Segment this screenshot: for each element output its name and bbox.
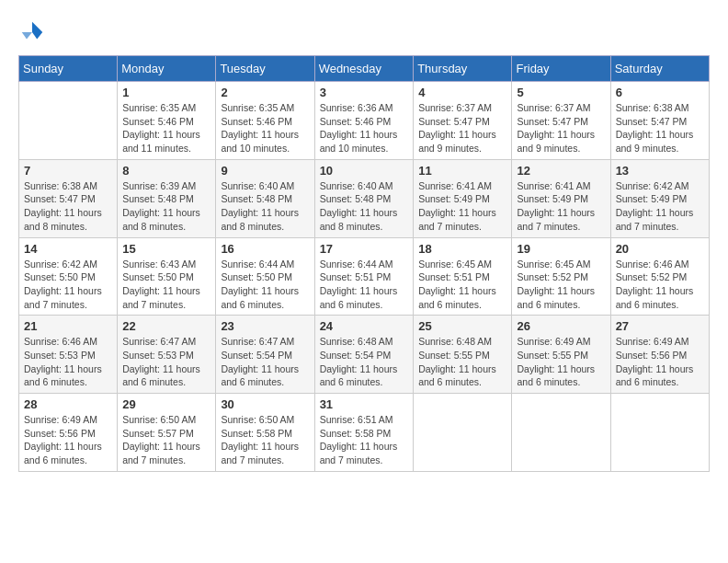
day-info: Sunrise: 6:45 AM Sunset: 5:51 PM Dayligh… <box>418 258 506 312</box>
day-number: 18 <box>418 242 506 256</box>
sunrise-text: Sunrise: 6:39 AM <box>122 179 210 193</box>
day-info: Sunrise: 6:39 AM Sunset: 5:48 PM Dayligh… <box>122 179 210 234</box>
calendar-day-cell: 1 Sunrise: 6:35 AM Sunset: 5:46 PM Dayli… <box>118 82 216 160</box>
svg-marker-1 <box>32 32 42 40</box>
calendar-day-cell <box>414 394 512 472</box>
daylight-text: Daylight: 11 hours and 9 minutes. <box>418 128 506 155</box>
day-number: 28 <box>24 397 112 411</box>
daylight-text: Daylight: 11 hours and 6 minutes. <box>24 362 112 389</box>
day-of-week-header: Sunday <box>19 56 118 82</box>
daylight-text: Daylight: 11 hours and 6 minutes. <box>221 362 309 389</box>
sunset-text: Sunset: 5:49 PM <box>418 192 506 206</box>
sunset-text: Sunset: 5:47 PM <box>418 115 506 129</box>
day-info: Sunrise: 6:43 AM Sunset: 5:50 PM Dayligh… <box>122 258 210 312</box>
sunrise-text: Sunrise: 6:42 AM <box>616 179 704 193</box>
calendar-day-cell: 25 Sunrise: 6:48 AM Sunset: 5:55 PM Dayl… <box>414 316 512 394</box>
day-of-week-header: Monday <box>118 56 216 82</box>
calendar-week-row: 7 Sunrise: 6:38 AM Sunset: 5:47 PM Dayli… <box>19 159 710 237</box>
calendar-day-cell: 16 Sunrise: 6:44 AM Sunset: 5:50 PM Dayl… <box>216 237 314 316</box>
daylight-text: Daylight: 11 hours and 7 minutes. <box>517 206 605 233</box>
daylight-text: Daylight: 11 hours and 10 minutes. <box>221 128 309 155</box>
calendar-week-row: 28 Sunrise: 6:49 AM Sunset: 5:56 PM Dayl… <box>19 394 710 472</box>
sunset-text: Sunset: 5:50 PM <box>24 270 112 284</box>
day-info: Sunrise: 6:51 AM Sunset: 5:58 PM Dayligh… <box>320 413 409 467</box>
day-info: Sunrise: 6:37 AM Sunset: 5:47 PM Dayligh… <box>517 101 605 155</box>
day-number: 8 <box>122 164 210 178</box>
day-number: 10 <box>320 164 409 178</box>
day-of-week-header: Thursday <box>414 56 512 82</box>
sunrise-text: Sunrise: 6:38 AM <box>616 101 704 115</box>
daylight-text: Daylight: 11 hours and 6 minutes. <box>418 284 506 311</box>
day-info: Sunrise: 6:46 AM Sunset: 5:52 PM Dayligh… <box>616 258 704 312</box>
calendar-week-row: 21 Sunrise: 6:46 AM Sunset: 5:53 PM Dayl… <box>19 316 710 394</box>
day-info: Sunrise: 6:49 AM Sunset: 5:55 PM Dayligh… <box>517 335 605 389</box>
calendar-day-cell: 30 Sunrise: 6:50 AM Sunset: 5:58 PM Dayl… <box>216 394 314 472</box>
day-number: 16 <box>221 242 309 256</box>
day-info: Sunrise: 6:50 AM Sunset: 5:58 PM Dayligh… <box>221 413 309 467</box>
sunset-text: Sunset: 5:49 PM <box>616 192 704 206</box>
day-number: 3 <box>320 86 409 99</box>
calendar-day-cell: 14 Sunrise: 6:42 AM Sunset: 5:50 PM Dayl… <box>19 237 118 316</box>
sunrise-text: Sunrise: 6:36 AM <box>320 101 409 115</box>
day-number: 25 <box>418 319 506 333</box>
logo <box>18 18 50 46</box>
daylight-text: Daylight: 11 hours and 9 minutes. <box>517 128 605 155</box>
sunrise-text: Sunrise: 6:49 AM <box>24 413 112 427</box>
calendar-day-cell: 31 Sunrise: 6:51 AM Sunset: 5:58 PM Dayl… <box>314 394 414 472</box>
sunrise-text: Sunrise: 6:50 AM <box>221 413 309 427</box>
calendar-day-cell: 29 Sunrise: 6:50 AM Sunset: 5:57 PM Dayl… <box>118 394 216 472</box>
calendar-day-cell: 6 Sunrise: 6:38 AM Sunset: 5:47 PM Dayli… <box>610 82 709 160</box>
calendar-day-cell: 22 Sunrise: 6:47 AM Sunset: 5:53 PM Dayl… <box>118 316 216 394</box>
sunset-text: Sunset: 5:54 PM <box>320 349 409 362</box>
daylight-text: Daylight: 11 hours and 9 minutes. <box>616 128 704 155</box>
day-number: 21 <box>24 319 112 333</box>
sunrise-text: Sunrise: 6:49 AM <box>616 335 704 349</box>
day-of-week-header: Wednesday <box>314 56 414 82</box>
daylight-text: Daylight: 11 hours and 6 minutes. <box>221 284 309 311</box>
day-info: Sunrise: 6:38 AM Sunset: 5:47 PM Dayligh… <box>24 179 112 234</box>
calendar-table: SundayMondayTuesdayWednesdayThursdayFrid… <box>18 55 710 472</box>
sunrise-text: Sunrise: 6:35 AM <box>221 101 309 115</box>
day-number: 19 <box>517 242 605 256</box>
sunset-text: Sunset: 5:51 PM <box>320 270 409 284</box>
day-info: Sunrise: 6:49 AM Sunset: 5:56 PM Dayligh… <box>24 413 112 467</box>
daylight-text: Daylight: 11 hours and 6 minutes. <box>24 440 112 466</box>
daylight-text: Daylight: 11 hours and 7 minutes. <box>122 284 210 311</box>
sunrise-text: Sunrise: 6:48 AM <box>320 335 409 349</box>
day-info: Sunrise: 6:38 AM Sunset: 5:47 PM Dayligh… <box>616 101 704 155</box>
page-header <box>18 18 710 46</box>
sunrise-text: Sunrise: 6:45 AM <box>418 258 506 271</box>
day-number: 15 <box>122 242 210 256</box>
day-of-week-header: Saturday <box>610 56 709 82</box>
calendar-day-cell <box>19 82 118 160</box>
calendar-day-cell <box>610 394 709 472</box>
calendar-week-row: 14 Sunrise: 6:42 AM Sunset: 5:50 PM Dayl… <box>19 237 710 316</box>
sunrise-text: Sunrise: 6:41 AM <box>418 179 506 193</box>
sunrise-text: Sunrise: 6:50 AM <box>122 413 210 427</box>
day-number: 1 <box>122 86 210 99</box>
day-of-week-header: Friday <box>512 56 610 82</box>
sunrise-text: Sunrise: 6:37 AM <box>418 101 506 115</box>
daylight-text: Daylight: 11 hours and 6 minutes. <box>320 362 409 389</box>
sunset-text: Sunset: 5:46 PM <box>221 115 309 129</box>
day-number: 23 <box>221 319 309 333</box>
daylight-text: Daylight: 11 hours and 6 minutes. <box>517 362 605 389</box>
sunset-text: Sunset: 5:47 PM <box>24 192 112 206</box>
daylight-text: Daylight: 11 hours and 7 minutes. <box>221 440 309 466</box>
sunrise-text: Sunrise: 6:47 AM <box>221 335 309 349</box>
sunrise-text: Sunrise: 6:40 AM <box>221 179 309 193</box>
daylight-text: Daylight: 11 hours and 8 minutes. <box>320 206 409 233</box>
day-info: Sunrise: 6:47 AM Sunset: 5:53 PM Dayligh… <box>122 335 210 389</box>
sunset-text: Sunset: 5:48 PM <box>320 192 409 206</box>
sunset-text: Sunset: 5:52 PM <box>517 270 605 284</box>
sunrise-text: Sunrise: 6:49 AM <box>517 335 605 349</box>
day-info: Sunrise: 6:40 AM Sunset: 5:48 PM Dayligh… <box>221 179 309 234</box>
daylight-text: Daylight: 11 hours and 7 minutes. <box>24 284 112 311</box>
sunset-text: Sunset: 5:57 PM <box>122 427 210 441</box>
sunset-text: Sunset: 5:47 PM <box>517 115 605 129</box>
calendar-day-cell: 10 Sunrise: 6:40 AM Sunset: 5:48 PM Dayl… <box>314 159 414 237</box>
sunset-text: Sunset: 5:58 PM <box>221 427 309 441</box>
day-info: Sunrise: 6:47 AM Sunset: 5:54 PM Dayligh… <box>221 335 309 389</box>
calendar-day-cell <box>512 394 610 472</box>
sunset-text: Sunset: 5:50 PM <box>122 270 210 284</box>
